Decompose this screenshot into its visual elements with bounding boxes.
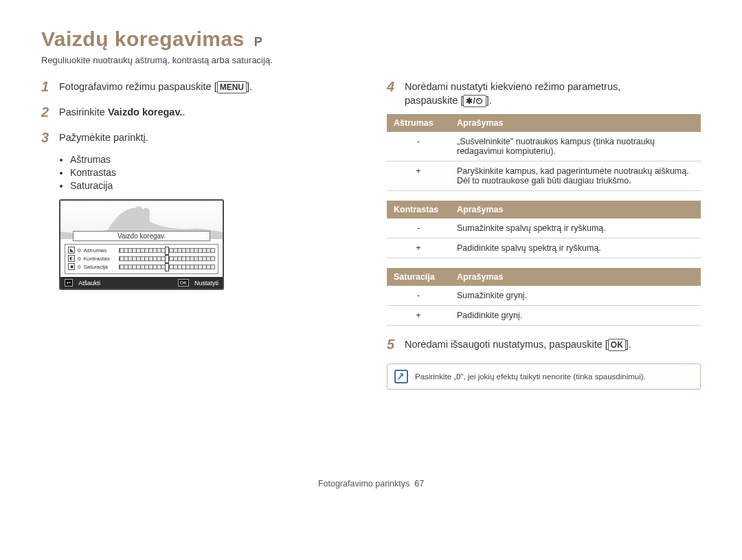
page-footer: Fotografavimo parinktys 67 <box>41 479 701 489</box>
step-number: 5 <box>387 335 399 354</box>
table-row: + Padidinkite grynį. <box>387 306 701 326</box>
step-number: 1 <box>41 78 54 96</box>
camera-lcd-preview: Vaizdo koregav. ◣ 0 Aštrumas ◐ 0 Kontras… <box>59 199 224 290</box>
step-text: Pažymėkite parinktį. <box>59 128 148 147</box>
step-text-suffix: . <box>182 107 185 117</box>
cell-key: + <box>387 306 450 326</box>
page-title: Vaizdų koregavimas <box>41 27 245 51</box>
step-2: 2 Pasirinkite Vaizdo koregav.. <box>41 103 355 122</box>
step-text-suffix: ]. <box>626 339 631 350</box>
macro-timer-button-label: ✱/⏲ <box>463 95 486 107</box>
lcd-value: 0 <box>78 264 80 270</box>
lcd-row-sharpness: ◣ 0 Aštrumas <box>68 246 215 254</box>
option-item: Aštrumas <box>70 154 355 165</box>
lcd-set-label: Nustatyti <box>194 280 218 287</box>
lcd-label: Aštrumas <box>83 247 116 254</box>
step-number: 4 <box>387 78 399 107</box>
ok-icon: OK <box>178 279 189 287</box>
cell-key: - <box>387 286 450 306</box>
step-text-line2-prefix: paspauskite [ <box>405 95 463 106</box>
table-row: - Sumažinkite grynį. <box>387 286 701 306</box>
lcd-contrast-icon: ◐ <box>68 255 75 262</box>
note-icon <box>394 370 408 383</box>
lcd-value: 0 <box>78 256 80 262</box>
step-text: Fotografavimo režimu paspauskite [ <box>59 81 217 92</box>
step-number: 3 <box>41 128 54 147</box>
ok-button-label: OK <box>608 339 626 351</box>
lcd-sharpness-icon: ◣ <box>68 247 75 254</box>
cell-value: Sumažinkite grynį. <box>450 286 701 306</box>
lcd-row-contrast: ◐ 0 Kontrastas <box>68 254 215 262</box>
page-subtitle: Reguliuokite nuotraukų aštrumą, kontrast… <box>41 55 701 65</box>
cell-key: + <box>387 161 450 191</box>
cell-value: Padidinkite spalvų spektrą ir ryškumą. <box>450 238 701 258</box>
step-bold-text: Vaizdo koregav. <box>108 107 183 117</box>
th-saturation: Saturacija <box>387 268 450 286</box>
table-sharpness: Aštrumas Aprašymas - „Sušvelninkite" nuo… <box>387 114 701 191</box>
option-item: Kontrastas <box>70 167 355 178</box>
table-row: + Padidinkite spalvų spektrą ir ryškumą. <box>387 238 701 258</box>
step-text-line2-suffix: ]. <box>486 95 492 106</box>
lcd-title: Vaizdo koregav. <box>73 231 210 241</box>
lcd-value: 0 <box>78 247 80 254</box>
lcd-cancel-label: Atšaukti <box>78 280 100 287</box>
cell-value: Sumažinkite spalvų spektrą ir ryškumą. <box>450 219 701 238</box>
mode-badge: P <box>254 35 262 49</box>
th-description: Aprašymas <box>450 114 701 132</box>
note-text: Pasirinkite „0", jei jokių efektų taikyt… <box>415 372 646 381</box>
cell-value: Padidinkite grynį. <box>450 306 701 326</box>
footer-section: Fotografavimo parinktys <box>318 479 409 489</box>
note-box: Pasirinkite „0", jei jokių efektų taikyt… <box>387 363 701 390</box>
cell-key: - <box>387 219 450 238</box>
cell-key: - <box>387 132 450 161</box>
cell-key: + <box>387 238 450 258</box>
table-contrast: Kontrastas Aprašymas - Sumažinkite spalv… <box>387 201 701 258</box>
th-description: Aprašymas <box>450 268 701 286</box>
step-1: 1 Fotografavimo režimu paspauskite [MENU… <box>41 78 355 96</box>
menu-button-label: MENU <box>217 81 247 93</box>
option-item: Saturacija <box>70 180 355 191</box>
step-number: 2 <box>41 103 54 122</box>
cell-value: Paryškinkite kampus, kad pagerintumėte n… <box>450 161 701 191</box>
lcd-saturation-icon: ◆ <box>68 263 75 270</box>
table-row: + Paryškinkite kampus, kad pagerintumėte… <box>387 161 701 191</box>
lcd-label: Kontrastas <box>83 256 116 262</box>
step-text: Pasirinkite <box>59 107 108 117</box>
lcd-label: Saturacija <box>83 264 116 270</box>
step-5: 5 Norėdami išsaugoti nustatymus, paspaus… <box>387 335 701 354</box>
table-row: - „Sušvelninkite" nuotraukos kampus (tin… <box>387 132 701 161</box>
step-text-line1: Norėdami nustatyti kiekvieno režimo para… <box>405 81 620 92</box>
back-icon: ↩ <box>65 279 73 287</box>
footer-page: 67 <box>414 479 424 489</box>
th-contrast: Kontrastas <box>387 201 450 219</box>
step-4: 4 Norėdami nustatyti kiekvieno režimo pa… <box>387 78 701 107</box>
lcd-row-saturation: ◆ 0 Saturacija <box>68 262 215 271</box>
table-row: - Sumažinkite spalvų spektrą ir ryškumą. <box>387 219 701 238</box>
step-text: Norėdami išsaugoti nustatymus, paspauski… <box>405 339 608 350</box>
th-sharpness: Aštrumas <box>387 114 450 132</box>
cell-value: „Sušvelninkite" nuotraukos kampus (tinka… <box>450 132 701 161</box>
th-description: Aprašymas <box>450 201 701 219</box>
step-text-suffix: ]. <box>247 81 252 92</box>
table-saturation: Saturacija Aprašymas - Sumažinkite grynį… <box>387 268 701 326</box>
step-3: 3 Pažymėkite parinktį. <box>41 128 355 147</box>
